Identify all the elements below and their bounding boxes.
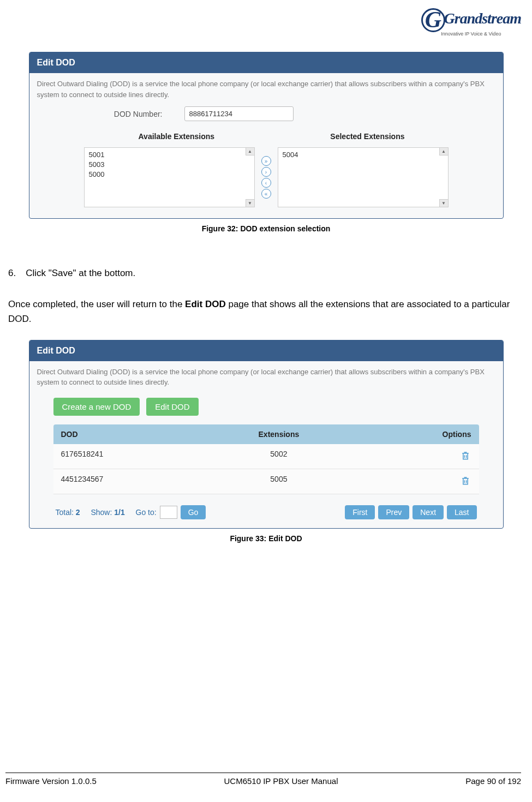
create-dod-button[interactable]: Create a new DOD <box>53 398 140 416</box>
list-item[interactable]: 5001 <box>89 150 250 160</box>
dod-cell: 4451234567 <box>53 469 172 494</box>
footer-title: UCM6510 IP PBX User Manual <box>224 776 338 786</box>
delete-row-button[interactable] <box>385 469 479 494</box>
selected-extensions-listbox[interactable]: ▲ 5004 ▼ <box>278 147 449 207</box>
dod-table: DOD Extensions Options 6176518241 5002 4… <box>53 424 479 494</box>
body-paragraph: Once completed, the user will return to … <box>8 297 521 326</box>
available-extensions-header: Available Extensions <box>139 132 215 141</box>
trash-icon <box>460 475 471 487</box>
edit-dod-button[interactable]: Edit DOD <box>146 398 198 416</box>
dod-number-input[interactable] <box>184 106 294 121</box>
last-page-button[interactable]: Last <box>447 505 476 519</box>
trash-icon <box>460 450 471 462</box>
dod-cell: 6176518241 <box>53 444 172 469</box>
next-page-button[interactable]: Next <box>413 505 444 519</box>
first-page-button[interactable]: First <box>345 505 375 519</box>
step-number: 6. <box>8 266 16 280</box>
footer-page: Page 90 of 192 <box>465 776 521 786</box>
col-dod-header: DOD <box>53 424 172 444</box>
dod-number-label: DOD Number: <box>37 110 184 118</box>
page-footer: Firmware Version 1.0.0.5 UCM6510 IP PBX … <box>5 773 521 786</box>
panel-description: Direct Outward Dialing (DOD) is a servic… <box>29 361 503 392</box>
list-item[interactable]: 5000 <box>89 170 250 179</box>
edit-dod-list-panel: Edit DOD Direct Outward Dialing (DOD) is… <box>29 340 504 529</box>
scroll-down-icon[interactable]: ▼ <box>246 199 254 207</box>
ext-cell: 5002 <box>172 444 385 469</box>
move-right-button[interactable]: › <box>261 167 271 177</box>
ext-cell: 5005 <box>172 469 385 494</box>
footer-firmware: Firmware Version 1.0.0.5 <box>5 776 97 786</box>
selected-extensions-header: Selected Extensions <box>330 132 404 141</box>
col-options-header: Options <box>385 424 479 444</box>
scroll-down-icon[interactable]: ▼ <box>439 199 448 207</box>
edit-dod-selection-panel: Edit DOD Direct Outward Dialing (DOD) is… <box>29 52 504 219</box>
step-text: Click "Save" at the bottom. <box>26 266 135 280</box>
list-item[interactable]: 5003 <box>89 160 250 170</box>
move-all-left-button[interactable]: « <box>261 189 271 199</box>
goto-page-input[interactable] <box>160 506 177 519</box>
panel-description: Direct Outward Dialing (DOD) is a servic… <box>29 73 503 104</box>
pagination-bar: Total: 2 Show: 1/1 Go to: Go First Prev … <box>29 501 503 528</box>
goto-label: Go to: <box>136 508 157 517</box>
figure-caption: Figure 33: Edit DOD <box>5 534 527 543</box>
prev-page-button[interactable]: Prev <box>378 505 409 519</box>
delete-row-button[interactable] <box>385 444 479 469</box>
move-all-right-button[interactable]: » <box>261 156 271 166</box>
table-row: 6176518241 5002 <box>53 444 479 469</box>
brand-logo: GGrandstream Innovative IP Voice & Video <box>421 8 521 37</box>
panel-title: Edit DOD <box>29 340 503 361</box>
go-button[interactable]: Go <box>181 505 206 519</box>
list-item[interactable]: 5004 <box>283 150 444 160</box>
table-row: 4451234567 5005 <box>53 469 479 494</box>
available-extensions-listbox[interactable]: ▲ 5001 5003 5000 ▼ <box>84 147 255 207</box>
figure-caption: Figure 32: DOD extension selection <box>5 224 527 233</box>
scroll-up-icon[interactable]: ▲ <box>246 148 254 155</box>
scroll-up-icon[interactable]: ▲ <box>439 148 448 155</box>
brand-name: Grandstream <box>444 10 521 27</box>
col-extensions-header: Extensions <box>172 424 385 444</box>
move-left-button[interactable]: ‹ <box>261 178 271 188</box>
panel-title: Edit DOD <box>29 52 503 73</box>
